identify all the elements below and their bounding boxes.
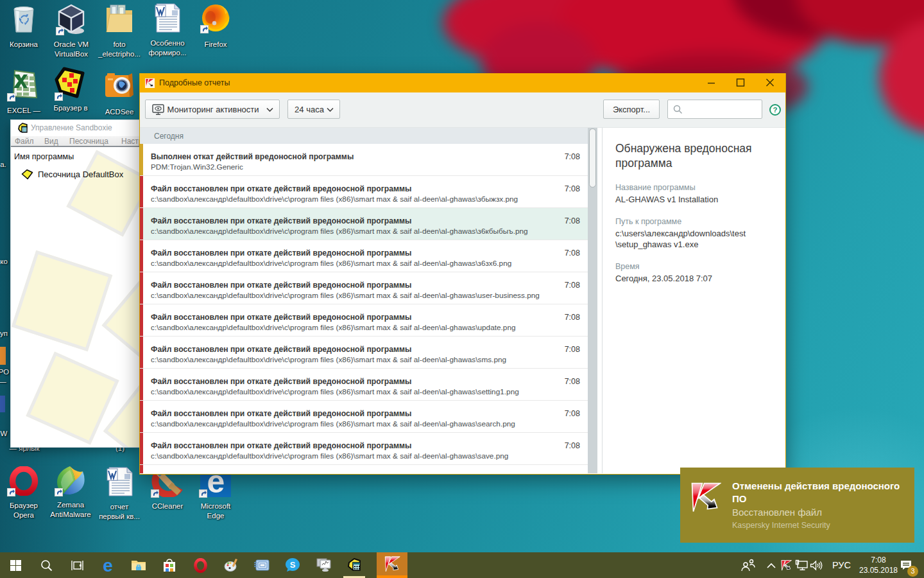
svg-text:S: S <box>290 560 296 570</box>
svg-text:?: ? <box>773 106 777 114</box>
svg-text:e: e <box>103 557 113 574</box>
